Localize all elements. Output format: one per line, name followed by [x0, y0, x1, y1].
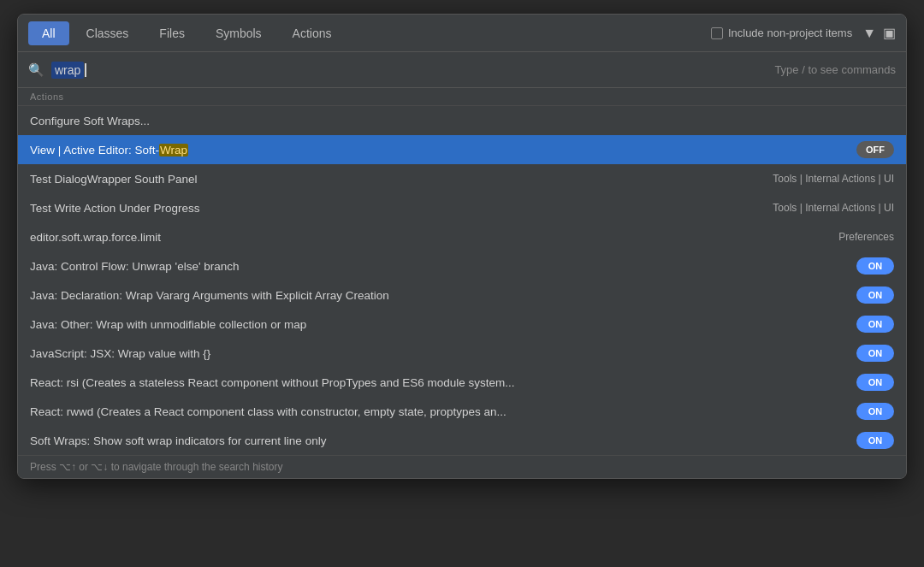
toggle-on-button[interactable]: ON [856, 257, 894, 275]
search-icon: 🔍 [28, 62, 44, 78]
search-dialog: All Classes Files Symbols Actions Includ… [17, 14, 907, 479]
result-row[interactable]: Soft Wraps: Show soft wrap indicators fo… [18, 426, 906, 455]
result-text-selected: View | Active Editor: Soft-Wrap [30, 144, 846, 157]
toggle-on-button[interactable]: ON [856, 432, 894, 449]
result-row[interactable]: React: rsi (Creates a stateless React co… [18, 368, 906, 397]
result-row[interactable]: Java: Control Flow: Unwrap 'else' branch… [18, 251, 906, 281]
result-row[interactable]: editor.soft.wrap.force.limit Preferences [18, 222, 906, 251]
result-row[interactable]: JavaScript: JSX: Wrap value with {} ON [18, 339, 906, 368]
highlight-wrap: Wrap [159, 144, 188, 157]
include-non-project-checkbox[interactable] [711, 27, 723, 39]
results-list: Configure Soft Wraps... View | Active Ed… [18, 106, 906, 455]
footer-text: Press ⌥↑ or ⌥↓ to navigate through the s… [30, 461, 282, 473]
tag-label: Tools | Internal Actions | UI [773, 202, 894, 214]
result-row[interactable]: React: rwwd (Creates a React component c… [18, 397, 906, 426]
result-row[interactable]: Java: Other: Wrap with unmodifiable coll… [18, 310, 906, 339]
search-query[interactable]: wrap [51, 62, 84, 79]
toggle-off-button[interactable]: OFF [856, 141, 894, 158]
tab-files[interactable]: Files [145, 21, 198, 45]
result-row-selected[interactable]: View | Active Editor: Soft-Wrap OFF [18, 135, 906, 164]
result-row[interactable]: Java: Declaration: Wrap Vararg Arguments… [18, 281, 906, 310]
search-bar: 🔍 wrap Type / to see commands [18, 52, 906, 88]
result-row[interactable]: Test Write Action Under Progress Tools |… [18, 193, 906, 222]
toggle-on-button[interactable]: ON [856, 316, 894, 333]
result-row[interactable]: Configure Soft Wraps... [18, 106, 906, 135]
section-header-actions: Actions [18, 88, 906, 106]
search-cursor [85, 63, 86, 77]
include-non-project-option[interactable]: Include non-project items [711, 27, 852, 39]
filter-icon[interactable]: ▼ [862, 26, 876, 41]
search-hint: Type / to see commands [774, 63, 896, 76]
tag-label: Tools | Internal Actions | UI [773, 173, 894, 185]
tab-classes[interactable]: Classes [73, 21, 143, 45]
result-row[interactable]: Test DialogWrapper South Panel Tools | I… [18, 164, 906, 193]
search-input-wrap[interactable]: wrap [51, 62, 774, 79]
toggle-on-button[interactable]: ON [856, 403, 894, 420]
toggle-on-button[interactable]: ON [856, 374, 894, 391]
tab-actions[interactable]: Actions [279, 21, 346, 45]
include-non-project-label: Include non-project items [728, 27, 852, 39]
toggle-on-button[interactable]: ON [856, 345, 894, 362]
tag-label: Preferences [838, 231, 894, 243]
footer: Press ⌥↑ or ⌥↓ to navigate through the s… [18, 455, 906, 478]
toggle-on-button[interactable]: ON [856, 286, 894, 304]
tab-bar: All Classes Files Symbols Actions Includ… [18, 15, 906, 52]
tab-all[interactable]: All [28, 21, 69, 45]
tab-symbols[interactable]: Symbols [202, 21, 275, 45]
layout-icon[interactable]: ▣ [883, 25, 896, 41]
